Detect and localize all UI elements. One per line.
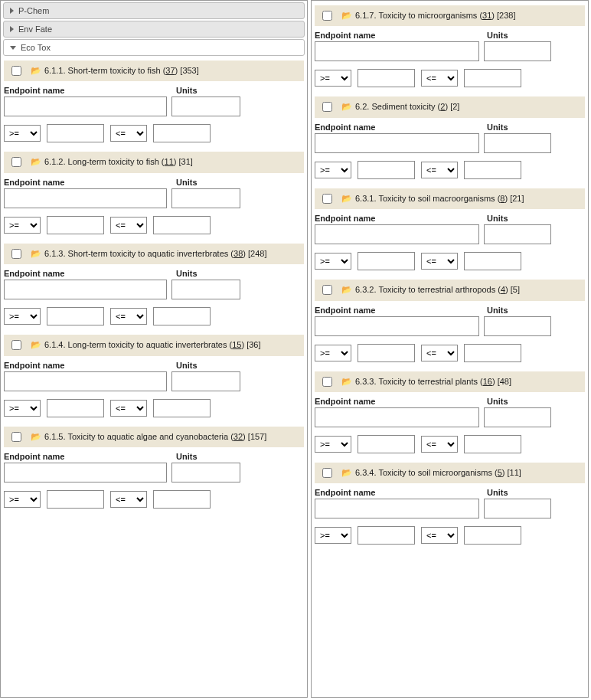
- gte-input[interactable]: [358, 69, 415, 87]
- folder-open-icon: 📂: [341, 11, 352, 21]
- lte-select[interactable]: <=: [421, 70, 458, 87]
- field-labels: Endpoint name Units: [315, 123, 585, 132]
- section-checkbox[interactable]: [322, 468, 332, 478]
- endpoint-input[interactable]: [315, 224, 479, 244]
- gte-select[interactable]: >=: [315, 527, 351, 544]
- endpoint-input[interactable]: [315, 133, 479, 153]
- units-input[interactable]: [484, 316, 551, 336]
- lte-input[interactable]: [464, 435, 521, 453]
- gte-select[interactable]: >=: [315, 436, 351, 453]
- lte-input[interactable]: [153, 216, 211, 234]
- units-label: Units: [487, 214, 508, 223]
- gte-input[interactable]: [47, 399, 104, 417]
- lte-select[interactable]: <=: [110, 308, 147, 325]
- gte-select[interactable]: >=: [315, 162, 351, 178]
- endpoint-label: Endpoint name: [315, 123, 487, 132]
- gte-select[interactable]: >=: [4, 217, 41, 234]
- lte-input[interactable]: [153, 124, 211, 142]
- lte-select[interactable]: <=: [421, 527, 458, 544]
- gte-input[interactable]: [358, 344, 415, 362]
- field-labels: Endpoint name Units: [315, 306, 585, 315]
- gte-select[interactable]: >=: [315, 345, 351, 361]
- folder-open-icon: 📂: [31, 157, 41, 167]
- gte-input[interactable]: [47, 307, 104, 325]
- field-labels: Endpoint name Units: [315, 31, 585, 40]
- units-label: Units: [176, 178, 198, 187]
- lte-select[interactable]: <=: [110, 217, 147, 234]
- endpoint-input[interactable]: [4, 96, 167, 116]
- lte-input[interactable]: [153, 399, 211, 417]
- lte-input[interactable]: [464, 69, 521, 87]
- section-header: 📂 6.1.5. Toxicity to aquatic algae and c…: [4, 427, 304, 447]
- field-labels: Endpoint name Units: [4, 452, 304, 461]
- units-input[interactable]: [171, 188, 240, 208]
- section-checkbox[interactable]: [322, 285, 332, 295]
- section-checkbox[interactable]: [11, 66, 21, 76]
- gte-input[interactable]: [358, 252, 415, 270]
- section-header: 📂 6.1.7. Toxicity to microorganisms (31)…: [315, 5, 585, 26]
- right-panel: 📂 6.1.7. Toxicity to microorganisms (31)…: [311, 0, 589, 698]
- gte-input[interactable]: [358, 526, 415, 545]
- lte-input[interactable]: [464, 526, 521, 545]
- endpoint-input[interactable]: [4, 463, 167, 482]
- lte-select[interactable]: <=: [110, 491, 147, 508]
- section-checkbox[interactable]: [11, 157, 21, 167]
- lte-input[interactable]: [153, 307, 211, 325]
- section-checkbox[interactable]: [322, 194, 332, 204]
- gte-select[interactable]: >=: [4, 125, 41, 142]
- endpoint-input[interactable]: [315, 407, 479, 427]
- field-labels: Endpoint name Units: [315, 397, 585, 406]
- folder-open-icon: 📂: [341, 102, 352, 112]
- gte-select[interactable]: >=: [315, 70, 351, 87]
- lte-select[interactable]: <=: [421, 162, 458, 178]
- lte-input[interactable]: [464, 161, 521, 179]
- field-labels: Endpoint name Units: [315, 214, 585, 223]
- gte-select[interactable]: >=: [315, 253, 351, 270]
- folder-open-icon: 📂: [341, 468, 352, 478]
- units-label: Units: [487, 488, 508, 497]
- endpoint-input[interactable]: [315, 499, 479, 518]
- accordion-label: Eco Tox: [21, 43, 51, 52]
- units-input[interactable]: [171, 371, 240, 391]
- endpoint-input[interactable]: [315, 41, 479, 61]
- gte-select[interactable]: >=: [4, 491, 41, 508]
- units-input[interactable]: [484, 224, 551, 244]
- endpoint-input[interactable]: [315, 316, 479, 336]
- section-checkbox[interactable]: [11, 249, 21, 259]
- field-labels: Endpoint name Units: [4, 86, 304, 95]
- lte-select[interactable]: <=: [421, 436, 458, 453]
- units-label: Units: [487, 397, 508, 406]
- endpoint-input[interactable]: [4, 371, 167, 391]
- lte-select[interactable]: <=: [421, 345, 458, 361]
- section-checkbox[interactable]: [11, 432, 21, 442]
- units-input[interactable]: [171, 463, 240, 482]
- section-checkbox[interactable]: [11, 340, 21, 350]
- section-checkbox[interactable]: [322, 11, 332, 21]
- units-input[interactable]: [171, 96, 240, 116]
- gte-select[interactable]: >=: [4, 308, 41, 325]
- gte-input[interactable]: [358, 435, 415, 453]
- gte-input[interactable]: [47, 490, 104, 509]
- lte-input[interactable]: [464, 344, 521, 362]
- lte-select[interactable]: <=: [110, 400, 147, 417]
- lte-input[interactable]: [153, 490, 211, 509]
- gte-input[interactable]: [47, 124, 104, 142]
- lte-input[interactable]: [464, 252, 521, 270]
- accordion-pchem[interactable]: P-Chem: [3, 2, 305, 19]
- section-checkbox[interactable]: [322, 102, 332, 112]
- gte-input[interactable]: [47, 216, 104, 234]
- lte-select[interactable]: <=: [110, 125, 147, 142]
- units-input[interactable]: [484, 133, 551, 153]
- lte-select[interactable]: <=: [421, 253, 458, 270]
- endpoint-input[interactable]: [4, 280, 167, 299]
- accordion-envfate[interactable]: Env Fate: [3, 21, 305, 38]
- section-checkbox[interactable]: [322, 377, 332, 387]
- gte-input[interactable]: [358, 161, 415, 179]
- units-input[interactable]: [484, 407, 551, 427]
- units-input[interactable]: [484, 41, 551, 61]
- units-input[interactable]: [484, 499, 551, 518]
- endpoint-input[interactable]: [4, 188, 167, 208]
- gte-select[interactable]: >=: [4, 400, 41, 417]
- accordion-ecotox[interactable]: Eco Tox: [3, 39, 305, 56]
- units-input[interactable]: [171, 280, 240, 299]
